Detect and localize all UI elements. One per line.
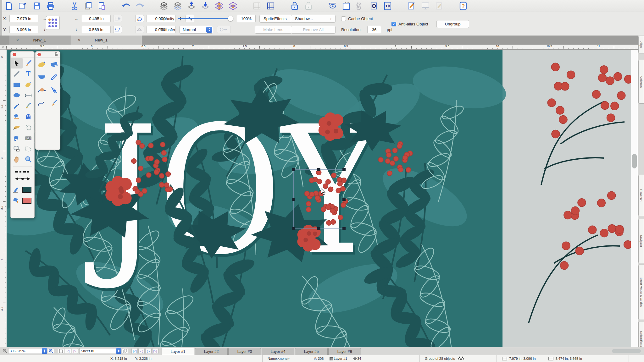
dock-tab[interactable]: Flowchart — [638, 175, 644, 216]
x-field[interactable]: 7.979 in — [9, 15, 38, 22]
send-backward-icon[interactable] — [201, 1, 210, 11]
stroke-color-tool[interactable] — [13, 186, 20, 194]
width-field[interactable]: 0.495 in — [82, 15, 111, 22]
antialias-checkbox[interactable]: ✓Anti-alias Object — [391, 22, 428, 26]
sheet-dropdown[interactable]: ▲▼ — [116, 348, 121, 354]
selection-handle[interactable] — [317, 168, 320, 171]
camera-tool[interactable] — [23, 133, 35, 143]
new-document-icon[interactable] — [4, 1, 14, 11]
resize-horizontal-icon[interactable] — [383, 1, 392, 11]
pen-tool[interactable] — [48, 71, 60, 84]
rectangle-tool[interactable] — [11, 79, 23, 90]
first-page-icon[interactable]: |◁ — [131, 348, 138, 354]
line-tool[interactable] — [11, 69, 23, 79]
blob-brush-tool[interactable] — [36, 58, 48, 71]
next-page-icon[interactable]: ▷ — [145, 348, 152, 354]
zoom-tool[interactable] — [23, 154, 35, 165]
hide-object-icon[interactable] — [328, 1, 337, 11]
marquee-tool[interactable] — [23, 143, 35, 154]
brush2-tool[interactable] — [48, 96, 60, 109]
unlock-icon[interactable] — [304, 1, 313, 11]
make-lens-button[interactable]: Make Lens — [255, 26, 292, 34]
eyedropper-tool[interactable] — [11, 101, 23, 111]
dash-pattern-tool[interactable] — [14, 170, 31, 174]
lock-icon[interactable] — [290, 1, 299, 11]
hand-tool[interactable] — [11, 154, 23, 165]
vertical-scrollbar[interactable] — [631, 50, 638, 347]
last-page-icon[interactable]: ▷| — [152, 348, 158, 354]
open-document-icon[interactable] — [18, 1, 28, 11]
selection-handle[interactable] — [342, 168, 346, 171]
zoom-in-icon[interactable] — [48, 348, 54, 354]
grid-icon[interactable] — [252, 1, 262, 11]
select-tool[interactable] — [11, 58, 23, 69]
bring-to-front-icon[interactable] — [159, 1, 169, 11]
copy-icon[interactable] — [84, 1, 93, 11]
ruler-origin[interactable] — [0, 45, 6, 50]
horizontal-scrollbar-thumb[interactable] — [612, 349, 641, 353]
arc-tool[interactable] — [36, 71, 48, 84]
cache-object-checkbox[interactable]: Cache Object — [341, 16, 373, 21]
print-icon[interactable] — [46, 1, 55, 11]
layer-tab[interactable]: Layer #4 — [262, 348, 294, 355]
selection-handle[interactable] — [292, 227, 295, 230]
layer-tab[interactable]: Layer #5 — [295, 348, 328, 355]
height-field[interactable]: 0.569 in — [82, 26, 111, 33]
dock-tab[interactable]: Align — [638, 36, 644, 53]
shadow-menu[interactable]: Shadow...› — [291, 15, 336, 23]
freehand-tool[interactable] — [23, 79, 35, 90]
lasso-tool[interactable] — [11, 143, 23, 154]
layer-tab[interactable]: Layer #2 — [195, 348, 228, 355]
duplicate-sheet-icon[interactable] — [122, 348, 128, 354]
sheet-field[interactable]: Sheet #1 — [79, 348, 116, 354]
zoom-dropdown[interactable]: ▲▼ — [42, 348, 47, 354]
text-tool[interactable]: T — [23, 69, 35, 79]
scale-icon[interactable] — [113, 15, 122, 22]
loupe-tool[interactable] — [23, 122, 35, 133]
dimension-tool[interactable] — [23, 90, 35, 101]
close-palette-icon[interactable] — [13, 53, 16, 56]
close-tab-icon[interactable]: × — [16, 38, 19, 42]
layer-tab[interactable]: Layer #3 — [228, 348, 261, 355]
stroke-color-swatch[interactable] — [22, 187, 31, 193]
cut-icon[interactable] — [70, 1, 79, 11]
edit-pencil-icon[interactable] — [435, 1, 444, 11]
layer-tab[interactable]: Layer #1 — [162, 348, 194, 355]
opacity-slider[interactable] — [178, 18, 233, 19]
resolution-field[interactable]: 36 — [367, 26, 381, 33]
bring-forward-icon[interactable] — [187, 1, 196, 11]
layer-tab[interactable]: Layer #6 — [328, 348, 361, 355]
help-icon[interactable]: ? — [458, 1, 468, 11]
fill-color-swatch[interactable] — [22, 198, 31, 204]
ungroup-button[interactable]: Ungroup — [436, 20, 469, 28]
canvas-area[interactable]: JOY JOY — [7, 50, 631, 347]
selection-handle[interactable] — [342, 198, 346, 201]
remove-all-button[interactable]: Remove All — [291, 26, 336, 34]
ghost-tool[interactable] — [23, 111, 35, 122]
dock-tab[interactable]: Attributes — [638, 60, 644, 104]
new-sheet-icon[interactable] — [58, 348, 64, 354]
y-field[interactable]: 3.096 in — [9, 26, 38, 33]
paint-bucket-tool[interactable] — [11, 133, 23, 143]
palette-titlebar[interactable] — [11, 52, 34, 58]
redo-icon[interactable] — [135, 1, 145, 11]
selection-handle[interactable] — [317, 227, 320, 230]
next-sheet-icon[interactable]: ▷ — [72, 348, 78, 354]
prev-page-icon[interactable]: ◁ — [138, 348, 145, 354]
skew-box-icon[interactable] — [113, 26, 122, 33]
eraser-tool[interactable] — [11, 111, 23, 122]
fill-color-tool[interactable] — [13, 197, 20, 205]
zoom-out-icon[interactable] — [2, 348, 8, 354]
center-point-icon[interactable] — [369, 1, 379, 11]
undo-icon[interactable] — [121, 1, 131, 11]
save-icon[interactable] — [32, 1, 42, 11]
selection-handle[interactable] — [292, 198, 295, 201]
knife-tool[interactable] — [23, 101, 35, 111]
document-tab-2[interactable]: ×New_1 — [71, 36, 142, 45]
prev-sheet-icon[interactable]: ◁ — [65, 348, 71, 354]
zoom-level-field[interactable]: 396.379% — [8, 348, 42, 354]
display-icon[interactable] — [421, 1, 430, 11]
transfer-select[interactable]: Normal▲▼ — [179, 26, 213, 34]
bezier-edit-tool[interactable] — [36, 84, 48, 96]
curve-tool[interactable] — [36, 96, 48, 109]
